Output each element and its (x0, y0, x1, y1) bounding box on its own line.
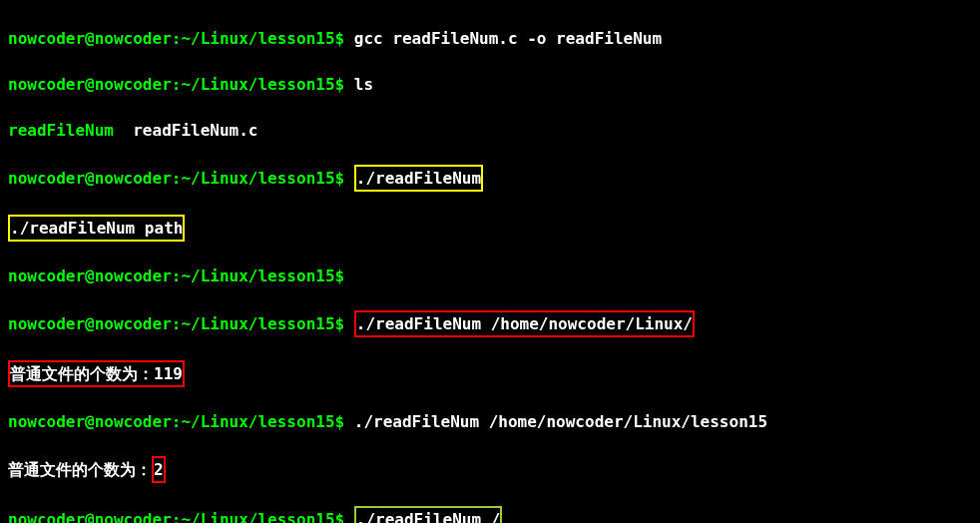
usage-text: ./readFileNum path (10, 219, 183, 238)
prompt: nowcoder@nowcoder:~/Linux/lesson15$ (8, 412, 344, 431)
cnt-value: 2 (154, 460, 164, 479)
file-src: readFileNum.c (114, 121, 258, 140)
highlight-olive: ./readFileNum / (354, 506, 503, 523)
cmd-text: ./readFileNum /home/nowcoder/Linux/lesso… (354, 412, 767, 431)
prompt: nowcoder@nowcoder:~/Linux/lesson15$ (8, 266, 344, 285)
cmd-text: ls (354, 75, 373, 94)
prompt: nowcoder@nowcoder:~/Linux/lesson15$ (8, 314, 344, 333)
cnt-label: 普通文件的个数为： (8, 460, 152, 479)
highlight-yellow: ./readFileNum path (8, 215, 185, 242)
line-ls1-out: readFileNum readFileNum.c (8, 119, 972, 142)
cmd-text: ./readFileNum /home/nowcoder/Linux/ (356, 314, 693, 333)
cnt-value: 119 (154, 364, 183, 383)
prompt: nowcoder@nowcoder:~/Linux/lesson15$ (8, 75, 344, 94)
line-empty: nowcoder@nowcoder:~/Linux/lesson15$ (8, 264, 972, 287)
line-gcc: nowcoder@nowcoder:~/Linux/lesson15$ gcc … (8, 27, 972, 50)
highlight-red: ./readFileNum /home/nowcoder/Linux/ (354, 310, 695, 337)
prompt: nowcoder@nowcoder:~/Linux/lesson15$ (8, 169, 344, 188)
cmd-text: ./readFileNum / (356, 510, 501, 523)
line-rf2: nowcoder@nowcoder:~/Linux/lesson15$ ./re… (8, 410, 972, 433)
cmd-text: ./readFileNum (356, 169, 481, 188)
line-rf1: nowcoder@nowcoder:~/Linux/lesson15$ ./re… (8, 310, 972, 337)
line-cnt2: 普通文件的个数为：2 (8, 456, 972, 483)
highlight-yellow: ./readFileNum (354, 165, 483, 192)
highlight-red: 2 (152, 456, 166, 483)
prompt: nowcoder@nowcoder:~/Linux/lesson15$ (8, 510, 344, 523)
line-ls1: nowcoder@nowcoder:~/Linux/lesson15$ ls (8, 73, 972, 96)
file-exec: readFileNum (8, 121, 114, 140)
line-cnt1: 普通文件的个数为：119 (8, 360, 972, 387)
cnt-label: 普通文件的个数为： (10, 364, 154, 383)
cmd-text: gcc readFileNum.c -o readFileNum (354, 29, 662, 48)
line-usage: ./readFileNum path (8, 215, 972, 242)
highlight-red: 普通文件的个数为：119 (8, 360, 185, 387)
prompt: nowcoder@nowcoder:~/Linux/lesson15$ (8, 29, 344, 48)
line-rf3: nowcoder@nowcoder:~/Linux/lesson15$ ./re… (8, 506, 972, 523)
line-rf0: nowcoder@nowcoder:~/Linux/lesson15$ ./re… (8, 165, 972, 192)
terminal[interactable]: nowcoder@nowcoder:~/Linux/lesson15$ gcc … (0, 0, 980, 523)
